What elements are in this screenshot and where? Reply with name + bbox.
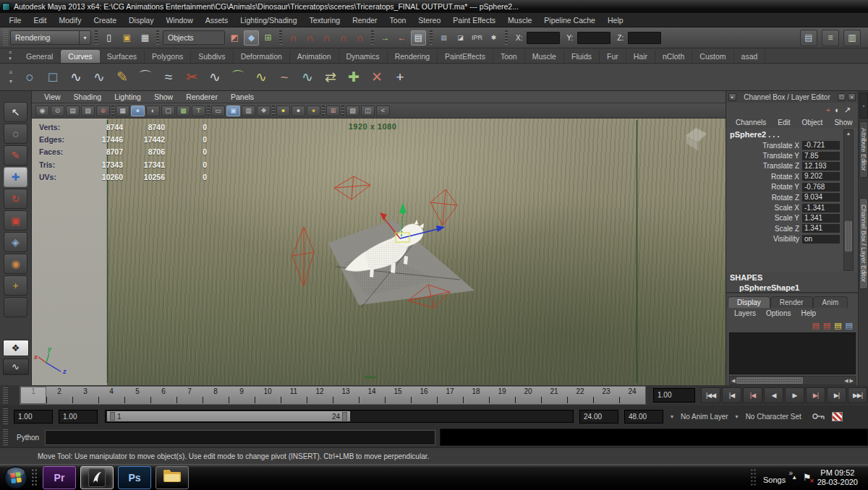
isolate-select-icon[interactable]: ⊞ <box>326 106 340 116</box>
menu-item[interactable]: Paint Effects <box>447 13 502 27</box>
intersect-curves-icon[interactable]: ∿ <box>204 66 226 88</box>
attribute-value-field[interactable]: 9.202 <box>802 172 840 181</box>
curve-fillet-icon[interactable]: ⌒ <box>227 66 249 88</box>
frame-slot[interactable]: 13 <box>333 387 359 404</box>
shelf-tab[interactable]: Subdivs <box>191 50 233 63</box>
attribute-label[interactable]: Rotate X <box>771 173 799 181</box>
menu-item[interactable]: Assets <box>199 13 234 27</box>
y-coordinate-field[interactable] <box>577 32 610 44</box>
frame-slot[interactable]: 3 <box>72 387 98 404</box>
create-empty-layer-icon[interactable]: ▤ <box>834 321 841 330</box>
attribute-value-field[interactable]: -1.341 <box>802 204 840 212</box>
play-backwards-button[interactable]: ◀ <box>764 387 783 403</box>
premiere-pro-taskbar-button[interactable]: Pr <box>43 466 76 489</box>
selected-object-name[interactable]: pSphere2 . . . <box>726 128 859 140</box>
textured-mode-icon[interactable]: ▩ <box>176 106 190 116</box>
step-back-frame-button[interactable]: |◀ <box>722 387 741 403</box>
attribute-value-field[interactable]: -0.768 <box>802 183 840 192</box>
shelf-tab[interactable]: PaintEffects <box>438 50 493 63</box>
camera-bookmark-icon[interactable]: ▤ <box>66 106 80 116</box>
layer-editor-menu-item[interactable]: Options <box>761 309 796 317</box>
frame-slot[interactable]: 7 <box>176 387 203 404</box>
paint-select-tool-button[interactable]: ✎ <box>4 145 27 166</box>
pencil-curve-tool-icon[interactable]: ✎ <box>111 66 133 88</box>
input-connections-icon[interactable]: → <box>378 30 393 46</box>
frame-slot[interactable]: 15 <box>385 387 411 404</box>
attribute-label[interactable]: Rotate Z <box>772 194 799 202</box>
extend-curve-icon[interactable]: ~ <box>273 66 295 88</box>
panel-menu-item[interactable]: Shading <box>67 93 109 101</box>
shelf-tab[interactable]: Custom <box>692 50 733 63</box>
auto-keyframe-toggle[interactable] <box>832 412 843 421</box>
scrollbar-thumb[interactable] <box>736 377 803 384</box>
separator[interactable] <box>95 30 98 45</box>
tool-settings-toggle-icon[interactable]: ≡ <box>822 30 839 46</box>
play-forwards-button[interactable]: ▶ <box>785 387 804 403</box>
frame-slot[interactable]: 9 <box>229 387 255 404</box>
layer-move-up-icon[interactable]: ▤ <box>812 321 819 330</box>
panel-menu-item[interactable]: Lighting <box>108 93 148 101</box>
snap-plane-icon[interactable]: ∩ <box>336 30 351 46</box>
frame-slot[interactable]: 5 <box>124 387 150 404</box>
shelf-tab[interactable]: Fur <box>600 50 626 63</box>
camera-select-icon[interactable]: ◉ <box>35 106 49 116</box>
xray-icon[interactable]: ▨ <box>346 106 359 116</box>
universal-manipulator-button[interactable]: ◈ <box>4 232 27 252</box>
animation-end-field[interactable]: 48.00 <box>624 410 663 424</box>
attribute-label[interactable]: Translate Z <box>763 162 799 170</box>
separator[interactable] <box>371 30 374 45</box>
save-scene-icon[interactable]: ▦ <box>137 30 153 46</box>
tray-label[interactable]: Songs » <box>763 471 786 484</box>
menu-item[interactable]: Help <box>601 13 629 27</box>
go-to-end-button[interactable]: ▶▶| <box>848 387 867 403</box>
attribute-label[interactable]: Scale X <box>775 204 799 212</box>
photoshop-taskbar-button[interactable]: Ps <box>118 466 151 489</box>
frame-slot[interactable]: 4 <box>98 387 124 404</box>
range-end-handle[interactable] <box>342 412 347 421</box>
frame-slot[interactable]: 22 <box>567 387 593 404</box>
use-flat-lighting-icon[interactable]: ● <box>307 106 320 116</box>
overflow-chevron-icon[interactable]: » <box>789 469 793 477</box>
step-forward-frame-button[interactable]: ▶| <box>827 387 846 403</box>
quick-layout-hypergraph-button[interactable]: ∿ <box>3 358 29 375</box>
select-tool-button[interactable]: ↖ <box>4 102 27 122</box>
panel-menu-item[interactable]: Renderer <box>179 93 224 101</box>
menu-item[interactable]: Edit <box>27 13 53 27</box>
shelf-tab[interactable]: Toon <box>493 50 525 63</box>
flat-shade-icon[interactable]: ◐ <box>146 106 160 116</box>
panel-menu-item[interactable]: Show <box>148 93 179 101</box>
share-view-icon[interactable]: < <box>376 106 390 116</box>
output-connections-icon[interactable]: ← <box>394 30 409 46</box>
animation-start-field[interactable]: 1.00 <box>14 410 53 424</box>
frame-slot[interactable]: 10 <box>255 387 281 404</box>
close-panel-button[interactable]: × <box>848 93 856 101</box>
select-object-icon[interactable]: ◆ <box>244 30 259 46</box>
cut-curve-icon[interactable]: ✂ <box>181 66 203 88</box>
scale-tool-button[interactable]: ▣ <box>4 210 27 231</box>
status-line-grip[interactable] <box>3 30 8 46</box>
frame-slot[interactable]: 16 <box>411 387 437 404</box>
command-line-grip[interactable] <box>3 429 8 445</box>
tab-attribute-editor[interactable]: Attribute Editor <box>859 121 868 178</box>
nurbs-circle-icon[interactable]: ○ <box>19 66 41 88</box>
playback-end-field[interactable]: 24.00 <box>579 410 618 424</box>
speed-control-icon[interactable]: ◐ <box>835 106 840 114</box>
use-default-material-icon[interactable]: T <box>192 106 205 116</box>
menu-item[interactable]: Stereo <box>412 13 447 27</box>
layer-editor-tab[interactable]: Render <box>770 296 813 308</box>
resolution-gate-icon[interactable]: ▣ <box>226 106 240 116</box>
manipulator-mode-icon[interactable]: + <box>826 106 830 114</box>
menu-item[interactable]: Display <box>122 13 159 27</box>
playback-start-field[interactable]: 1.00 <box>59 410 98 424</box>
open-scene-icon[interactable]: ▣ <box>119 30 135 46</box>
2d-pan-zoom-icon[interactable]: ⊕ <box>96 106 110 116</box>
attribute-value-field[interactable]: 1.341 <box>802 214 840 223</box>
shelf-tab[interactable]: Muscle <box>525 50 564 63</box>
shelf-tab[interactable]: Rendering <box>388 50 438 63</box>
dock-panel-button[interactable]: ▪ <box>728 93 736 101</box>
shelf-tab-selector[interactable]: ≡▾ <box>1 48 19 63</box>
menu-item[interactable]: Render <box>346 13 383 27</box>
playback-range[interactable]: 1 24 <box>107 411 350 421</box>
arc-tool-icon[interactable]: ⌒ <box>135 66 156 88</box>
chevron-down-icon[interactable]: ▾ <box>736 413 739 420</box>
